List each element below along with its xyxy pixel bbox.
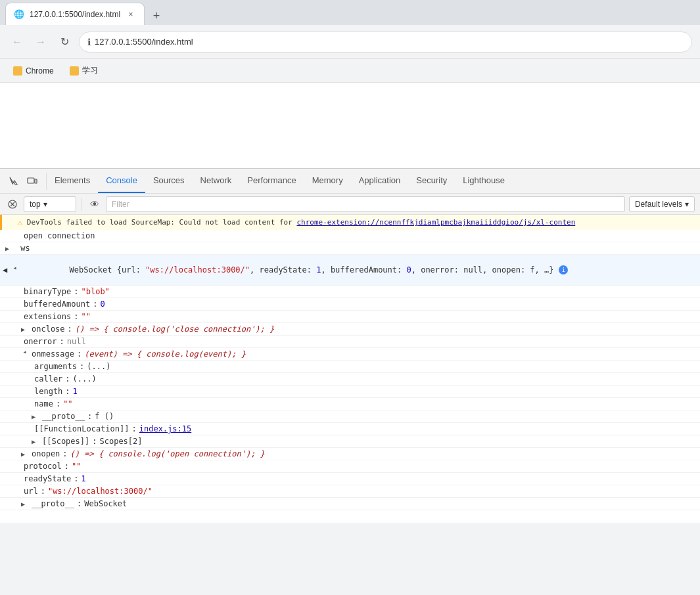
scopes-arrow[interactable]: ▶ [32,438,39,445]
context-dropdown[interactable]: top ▾ [24,196,76,212]
onmessage-arrow[interactable]: ▾ [22,350,29,358]
ws-label: ws [16,244,30,253]
forward-icon: → [35,36,46,48]
back-button[interactable]: ← [8,33,26,51]
prop-value: (event) => { console.log(event); } [84,349,246,359]
prop-onmessage: ▾ onmessage: (event) => { console.log(ev… [0,348,700,361]
active-tab[interactable]: 🌐 127.0.0.1:5500/index.html × [5,3,145,25]
onclose-arrow[interactable]: ▶ [21,326,29,333]
eye-icon: 👁 [90,199,99,209]
address-input[interactable]: ℹ 127.0.0.1:5500/index.html [79,32,692,53]
forward-button[interactable]: → [32,33,50,51]
prop-value: (...) [87,362,110,371]
tab-bar: 🌐 127.0.0.1:5500/index.html × + [0,0,700,25]
prop-key: readyState [24,474,71,483]
tab-network[interactable]: Network [193,169,240,193]
warning-link[interactable]: chrome-extension://ncennffkjdiamlpmcbajk… [296,218,575,227]
eye-button[interactable]: 👁 [87,197,102,211]
tab-favicon: 🌐 [14,9,24,20]
proto-arrow[interactable]: ▶ [32,413,39,420]
prop-key: length [34,387,62,396]
reload-button[interactable]: ↻ [55,33,74,51]
prop-onclose: ▶ onclose: () => { console.log('close co… [0,323,700,336]
prop-key: url [24,487,38,496]
prop-proto-ws: ▶ __proto__: WebSocket [0,498,700,510]
prop-value: () => { console.log('open connection'); … [70,449,265,458]
onopen-arrow[interactable]: ▶ [21,451,29,458]
prop-extensions: extensions: "" [0,311,700,323]
console-toolbar: top ▾ 👁 Filter Default levels ▾ [0,194,700,215]
info-circle-icon[interactable]: i [559,265,568,275]
bookmark-study[interactable]: 学习 [64,64,103,77]
proto-ws-arrow[interactable]: ▶ [21,500,29,508]
open-connection-text: open connection [24,231,95,240]
prop-value: "ws://localhost:3000/" [48,487,152,496]
prop-key: [[Scopes]] [42,437,89,446]
tab-console[interactable]: Console [98,169,145,193]
tab-elements[interactable]: Elements [47,169,98,193]
prop-value: 1 [73,387,78,396]
tab-lighthouse[interactable]: Lighthouse [455,169,513,193]
log-levels-dropdown[interactable]: Default levels ▾ [629,196,695,212]
clear-console-button[interactable] [5,197,20,211]
prop-scopes: ▶ [[Scopes]]: Scopes[2] [0,435,700,448]
console-line-ws: ▶ ws [0,242,700,255]
filter-input[interactable]: Filter [106,196,625,212]
prop-arguments: arguments: (...) [0,361,700,373]
prop-key: onopen [32,449,60,458]
prop-onopen: ▶ onopen: () => { console.log('open conn… [0,448,700,460]
toolbar-separator [82,198,82,211]
new-tab-button[interactable]: + [147,7,166,25]
websocket-expand-arrow[interactable]: ▾ [12,266,19,274]
tab-application[interactable]: Application [351,169,409,193]
tab-memory[interactable]: Memory [304,169,351,193]
prop-key: caller [34,374,62,384]
prop-key: binaryType [24,287,71,296]
prop-value: "blob" [81,287,109,296]
prop-key: onmessage [32,349,74,359]
prop-value: "" [63,399,72,408]
prop-value: (...) [73,374,97,384]
bookmark-chrome-label: Chrome [26,66,54,76]
tab-performance[interactable]: Performance [239,169,304,193]
bookmark-chrome[interactable]: Chrome [8,65,59,77]
prop-binary-type: binaryType: "blob" [0,286,700,298]
clear-icon [8,200,17,209]
inspect-element-button[interactable] [5,173,22,190]
levels-arrow: ▾ [685,200,689,209]
device-icon [27,176,37,187]
address-bar: ← → ↻ ℹ 127.0.0.1:5500/index.html [0,25,700,59]
prop-value: f () [95,412,114,421]
inspect-icon [9,176,19,187]
tab-security[interactable]: Security [408,169,455,193]
tab-sources[interactable]: Sources [145,169,193,193]
prop-key: arguments [34,362,77,371]
prop-key: onclose [32,324,65,334]
prop-onerror: onerror: null [0,336,700,348]
prop-key: protocol [24,462,62,471]
prop-ready-state: readyState: 1 [0,473,700,485]
function-location-link[interactable]: index.js:15 [139,424,191,433]
prop-name: name: "" [0,398,700,410]
prop-value: "" [81,312,90,321]
svg-rect-1 [35,179,37,183]
bookmarks-bar: Chrome 学习 [0,59,700,83]
prop-key: name [34,399,53,408]
back-icon: ← [12,36,22,48]
tab-close-button[interactable]: × [126,9,136,20]
secure-icon: ℹ [87,37,91,47]
prop-key: bufferedAmount [24,299,90,309]
console-warning-line: ⚠ DevTools failed to load SourceMap: Cou… [0,215,700,230]
prop-value: WebSocket [84,499,127,508]
bookmark-folder-icon [13,66,22,76]
console-content: ⚠ DevTools failed to load SourceMap: Cou… [0,215,700,523]
levels-label: Default levels [635,200,682,209]
prop-key: __proto__ [42,412,85,421]
bookmark-folder-icon-2 [70,66,79,76]
warning-text: DevTools failed to load SourceMap: Could… [27,217,575,227]
prop-value: null [67,337,86,346]
device-toggle-button[interactable] [24,173,41,190]
ws-expand-arrow[interactable]: ▶ [5,245,13,252]
prop-key: __proto__ [32,499,74,508]
warning-icon: ⚠ [18,217,23,227]
